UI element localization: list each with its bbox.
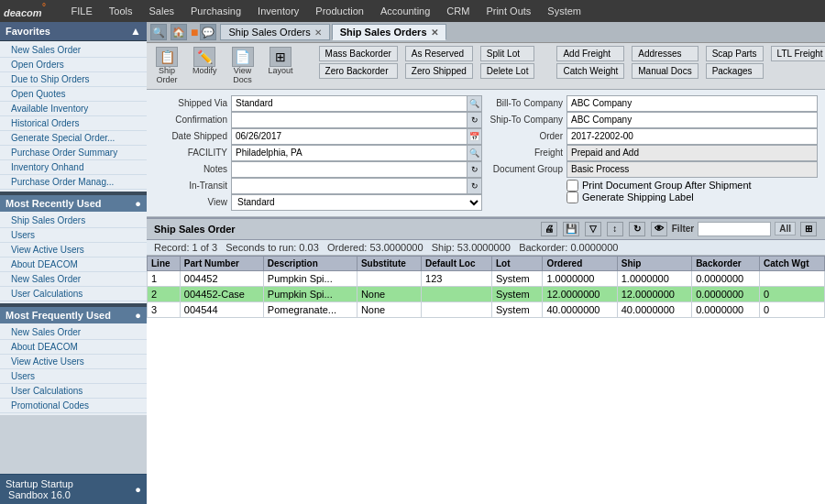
frequent-view-active-users[interactable]: View Active Users bbox=[0, 355, 147, 369]
bill-to-company-input[interactable] bbox=[566, 95, 818, 112]
view-docs-button[interactable]: 📄 View Docs bbox=[228, 46, 258, 86]
packages-button[interactable]: Packages bbox=[706, 63, 764, 79]
disk-icon-btn[interactable]: 💾 bbox=[563, 222, 579, 236]
ship-order-button[interactable]: 📋 Ship Order bbox=[152, 46, 182, 86]
generate-shipping-label-checkbox-label[interactable]: Generate Shipping Label bbox=[566, 192, 818, 203]
recent-users[interactable]: Users bbox=[0, 228, 147, 243]
recently-used-expand-btn[interactable]: ● bbox=[135, 198, 141, 209]
sidebar-item-historical-orders[interactable]: Historical Orders bbox=[0, 116, 147, 131]
menu-printouts[interactable]: Print Outs bbox=[478, 4, 538, 18]
recently-used-section-header: Most Recently Used ● bbox=[0, 195, 147, 212]
frequently-used-expand-btn[interactable]: ● bbox=[135, 310, 141, 321]
favorites-expand-btn[interactable]: ▲ bbox=[130, 25, 141, 38]
date-shipped-input[interactable] bbox=[231, 128, 468, 145]
scap-parts-button[interactable]: Scap Parts bbox=[706, 46, 764, 61]
split-lot-button[interactable]: Split Lot bbox=[480, 46, 535, 61]
generate-shipping-label-checkbox[interactable] bbox=[566, 192, 578, 203]
sort-icon-btn[interactable]: ↕ bbox=[607, 222, 623, 236]
confirmation-refresh-btn[interactable]: ↻ bbox=[468, 112, 482, 128]
catch-weight-button[interactable]: Catch Weight bbox=[556, 63, 624, 79]
modify-button[interactable]: ✏️ Modify bbox=[189, 46, 221, 77]
sidebar-item-new-sales-order[interactable]: New Sales Order bbox=[0, 43, 147, 58]
tab-close-2[interactable]: ✕ bbox=[431, 27, 438, 38]
zero-shipped-button[interactable]: Zero Shipped bbox=[405, 63, 473, 79]
menu-production[interactable]: Production bbox=[308, 4, 371, 18]
print-document-group-checkbox-label[interactable]: Print Document Group After Shipment bbox=[566, 180, 818, 192]
table-row[interactable]: 1 004452 Pumpkin Spi... 123 System 1.000… bbox=[148, 270, 825, 286]
sidebar-item-po-manage[interactable]: Purchase Order Manag... bbox=[0, 175, 147, 190]
eye-icon-btn[interactable]: 👁 bbox=[651, 222, 667, 236]
refresh-icon-btn[interactable]: ↻ bbox=[629, 222, 645, 236]
menu-crm[interactable]: CRM bbox=[439, 4, 477, 18]
mass-backorder-button[interactable]: Mass Backorder bbox=[319, 46, 398, 61]
frequent-user-calculations[interactable]: User Calculations bbox=[0, 384, 147, 399]
date-shipped-calendar-btn[interactable]: 📅 bbox=[468, 128, 482, 145]
order-input[interactable] bbox=[566, 128, 818, 145]
manual-docs-button[interactable]: Manual Docs bbox=[632, 63, 698, 79]
tab-close-1[interactable]: ✕ bbox=[314, 27, 322, 38]
frequent-new-sales-order[interactable]: New Sales Order bbox=[0, 325, 147, 340]
menu-accounting[interactable]: Accounting bbox=[373, 4, 437, 18]
view-label: View bbox=[154, 197, 227, 207]
menu-sales[interactable]: Sales bbox=[142, 4, 182, 18]
view-select[interactable]: Standard bbox=[231, 194, 482, 211]
as-reserved-button[interactable]: As Reserved bbox=[405, 46, 473, 61]
print-document-group-checkbox[interactable] bbox=[566, 180, 578, 192]
menu-system[interactable]: System bbox=[540, 4, 588, 18]
frequent-users[interactable]: Users bbox=[0, 369, 147, 384]
shipped-via-input[interactable] bbox=[231, 95, 468, 112]
ship-to-company-input[interactable] bbox=[566, 112, 818, 128]
tab-ship-sales-orders-2[interactable]: Ship Sales Orders ✕ bbox=[332, 24, 446, 40]
search-icon[interactable]: 🔍 bbox=[150, 24, 167, 40]
frequent-about-deacom[interactable]: About DEACOM bbox=[0, 340, 147, 355]
startup-button[interactable]: Startup Startup Sandbox 16.0 ● bbox=[0, 474, 147, 504]
facility-search-btn[interactable]: 🔍 bbox=[468, 145, 482, 161]
expand-icon-btn[interactable]: ⊞ bbox=[800, 222, 817, 236]
cell-ship-3: 40.0000000 bbox=[617, 301, 691, 317]
sidebar-item-open-quotes[interactable]: Open Quotes bbox=[0, 87, 147, 102]
menu-tools[interactable]: Tools bbox=[102, 4, 140, 18]
menu-file[interactable]: FILE bbox=[64, 4, 100, 18]
ltl-freight-button[interactable]: LTL Freight Shipment bbox=[771, 46, 825, 61]
recent-ship-sales-orders[interactable]: Ship Sales Orders bbox=[0, 214, 147, 228]
notes-refresh-btn[interactable]: ↻ bbox=[468, 161, 482, 178]
recent-about-deacom[interactable]: About DEACOM bbox=[0, 257, 147, 272]
document-group-input bbox=[566, 161, 818, 178]
cell-part-2: 004452-Case bbox=[180, 286, 263, 301]
startup-expand-icon[interactable]: ● bbox=[135, 484, 141, 495]
sidebar-item-po-summary[interactable]: Purchase Order Summary bbox=[0, 146, 147, 160]
facility-input[interactable] bbox=[231, 145, 468, 161]
print-icon-btn[interactable]: 🖨 bbox=[541, 222, 557, 236]
filter-all-btn[interactable]: All bbox=[775, 222, 796, 236]
sidebar-item-inventory-onhand[interactable]: Inventory Onhand bbox=[0, 160, 147, 175]
in-transit-refresh-btn[interactable]: ↻ bbox=[468, 178, 482, 194]
recent-user-calculations[interactable]: User Calculations bbox=[0, 287, 147, 301]
menu-purchasing[interactable]: Purchasing bbox=[183, 4, 248, 18]
sidebar-item-available-inventory[interactable]: Available Inventory bbox=[0, 102, 147, 116]
rss-icon[interactable]: ■ bbox=[191, 25, 198, 39]
notes-input[interactable] bbox=[231, 161, 468, 178]
add-freight-button[interactable]: Add Freight bbox=[556, 46, 624, 61]
layout-button[interactable]: ⊞ Layout bbox=[265, 46, 297, 77]
recent-new-sales-order[interactable]: New Sales Order bbox=[0, 272, 147, 287]
sidebar-item-open-orders[interactable]: Open Orders bbox=[0, 58, 147, 72]
recent-view-active-users[interactable]: View Active Users bbox=[0, 243, 147, 257]
filter-input[interactable] bbox=[698, 222, 771, 236]
table-row[interactable]: 2 004452-Case Pumpkin Spi... None System… bbox=[148, 286, 825, 301]
addresses-button[interactable]: Addresses bbox=[632, 46, 698, 61]
home-icon[interactable]: 🏠 bbox=[170, 24, 187, 40]
sidebar-item-due-to-ship[interactable]: Due to Ship Orders bbox=[0, 72, 147, 87]
frequent-promotional-codes[interactable]: Promotional Codes bbox=[0, 399, 147, 413]
zero-backorder-button[interactable]: Zero Backorder bbox=[319, 63, 398, 79]
filter-icon-btn[interactable]: ▽ bbox=[585, 222, 601, 236]
chat-icon[interactable]: 💬 bbox=[200, 24, 216, 40]
tab-ship-sales-orders-1[interactable]: Ship Sales Orders ✕ bbox=[220, 24, 329, 40]
sidebar-item-generate-special-order[interactable]: Generate Special Order... bbox=[0, 131, 147, 146]
confirmation-input[interactable] bbox=[231, 112, 468, 128]
menu-inventory[interactable]: Inventory bbox=[250, 4, 306, 18]
in-transit-input[interactable] bbox=[231, 178, 468, 194]
shipped-via-search-btn[interactable]: 🔍 bbox=[468, 95, 482, 112]
notes-label: Notes bbox=[154, 164, 227, 174]
delete-lot-button[interactable]: Delete Lot bbox=[480, 63, 535, 79]
table-row[interactable]: 3 004544 Pomegranate... None System 40.0… bbox=[148, 301, 825, 317]
